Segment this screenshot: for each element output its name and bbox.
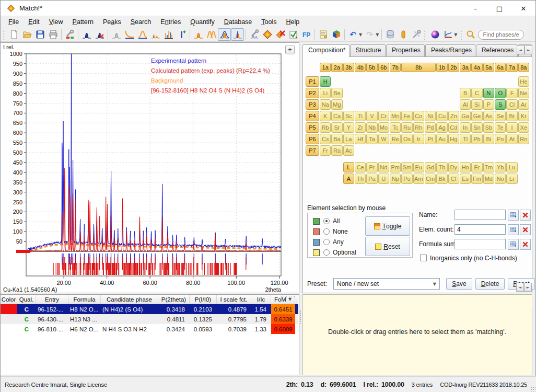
element-La[interactable]: La [343, 134, 354, 144]
element-F[interactable]: F [506, 88, 517, 98]
element-Sb[interactable]: Sb [483, 122, 494, 133]
peak-blue-button[interactable] [80, 28, 93, 41]
grid-select-icon[interactable] [508, 224, 519, 235]
element-Ne[interactable]: Ne [518, 88, 529, 98]
delete-preset-button[interactable]: Delete [475, 278, 505, 290]
group-button-6a[interactable]: 6a [495, 63, 506, 72]
clear-field-icon[interactable] [520, 210, 531, 221]
element-V[interactable]: V [366, 111, 377, 121]
stick-pattern-button[interactable] [162, 28, 175, 41]
element-Mn[interactable]: Mn [390, 111, 401, 121]
bottom-tab-scroll-left-icon[interactable]: ◄ [516, 283, 524, 292]
element-Pb[interactable]: Pb [471, 134, 482, 144]
print-button[interactable] [46, 28, 60, 41]
element-Np[interactable]: Np [390, 174, 401, 184]
report-button[interactable] [317, 28, 330, 41]
chevron-down-icon[interactable]: ▼ [454, 32, 457, 37]
column-header-qual[interactable]: Qual. [17, 295, 36, 304]
group-button-3a[interactable]: 3a [460, 63, 471, 72]
tab-composition[interactable]: Composition* [302, 44, 349, 57]
profile-bell-button[interactable] [136, 28, 149, 41]
element-Tl[interactable]: Tl [460, 134, 471, 144]
raw-data-gray-peak-button[interactable] [110, 28, 123, 41]
element-Pr[interactable]: Pr [366, 162, 377, 172]
group-button-5b[interactable]: 5b [366, 63, 377, 72]
exp-peaks-toggle-button[interactable] [218, 28, 231, 41]
element-Ca[interactable]: Ca [331, 111, 342, 121]
radio-any[interactable] [323, 239, 330, 245]
magnifier-button[interactable] [464, 28, 477, 41]
menu-search[interactable]: Search [126, 17, 156, 27]
element-Au[interactable]: Au [436, 134, 447, 144]
grid-select-icon[interactable] [508, 239, 519, 250]
field-input-formulasum[interactable] [455, 239, 506, 249]
element-Am[interactable]: Am [413, 174, 424, 184]
element-Cu[interactable]: Cu [436, 111, 447, 121]
period-button-P6[interactable]: P6 [306, 134, 319, 144]
diffraction-pattern-chart[interactable]: 5010015020025030035040045050055060065070… [1, 43, 298, 293]
radio-all[interactable] [323, 218, 330, 224]
close-button[interactable]: ✕ [511, 1, 535, 16]
group-button-4b[interactable]: 4b [355, 63, 366, 72]
element-As[interactable]: As [483, 111, 494, 121]
element-Er[interactable]: Er [471, 162, 482, 172]
column-header-iscalefct[interactable]: I scale fct. [217, 295, 251, 304]
table-row[interactable]: C 96-810-... H6 N2 O... N H4 S O3 N H2 0… [1, 324, 298, 334]
element-Tc[interactable]: Tc [390, 122, 401, 133]
minimize-button[interactable]: – [463, 1, 487, 16]
element-Hf[interactable]: Hf [355, 134, 366, 144]
new-document-button[interactable] [7, 28, 20, 41]
element-Pt[interactable]: Pt [425, 134, 436, 144]
save-button[interactable] [33, 28, 46, 41]
chart-zoom-button[interactable]: + [285, 45, 295, 54]
element-Re[interactable]: Re [390, 134, 401, 144]
group-button-6b[interactable]: 6b [378, 63, 389, 72]
tab-structure[interactable]: Structure [350, 44, 386, 56]
element-Zr[interactable]: Zr [355, 122, 366, 133]
group-button-4a[interactable]: 4a [471, 63, 482, 72]
tab-properties[interactable]: Properties [386, 44, 425, 56]
menu-quantify[interactable]: Quantify [185, 17, 219, 27]
radio-none[interactable] [323, 228, 330, 235]
open-file-button[interactable] [20, 28, 33, 41]
column-header-candidatephase[interactable]: Candidate phase [101, 295, 158, 304]
double-peak-button[interactable] [205, 28, 218, 41]
element-Ag[interactable]: Ag [436, 122, 447, 133]
group-button-2a[interactable]: 2a [331, 63, 342, 72]
toolbar-grip[interactable] [424, 29, 427, 40]
splitter-grip[interactable] [280, 296, 296, 298]
vertical-splitter-grip[interactable] [299, 310, 301, 324]
color-sphere-button[interactable] [428, 28, 441, 41]
element-In[interactable]: In [460, 122, 471, 133]
element-Rn[interactable]: Rn [518, 134, 529, 144]
element-Ru[interactable]: Ru [401, 122, 412, 133]
field-input-elemcount[interactable]: 4 [455, 224, 506, 235]
group-button-2b[interactable]: 2b [448, 63, 459, 72]
element-Ir[interactable]: Ir [413, 134, 424, 144]
table-row[interactable]: C 96-152-... H8 N2 O... (N H4)2 (S O4) 0… [1, 304, 298, 314]
column-header-p2theta[interactable]: P(2theta) [158, 295, 190, 304]
element-Na[interactable]: Na [320, 99, 331, 110]
element-Cf[interactable]: Cf [448, 174, 459, 184]
element-K[interactable]: K [320, 111, 331, 121]
element-Li[interactable]: Li [320, 88, 331, 98]
element-Bk[interactable]: Bk [436, 174, 447, 184]
element-H[interactable]: H [320, 76, 331, 87]
period-button-P7[interactable]: P7 [306, 145, 319, 156]
period-button-P2[interactable]: P2 [306, 88, 319, 98]
element-N[interactable]: N [483, 88, 494, 98]
group-button-8a[interactable]: 8a [518, 63, 529, 72]
clear-field-icon[interactable] [520, 239, 531, 250]
reset-button[interactable]: Reset [365, 237, 410, 256]
element-Ti[interactable]: Ti [355, 111, 366, 121]
menu-file[interactable]: File [4, 17, 24, 27]
element-Os[interactable]: Os [401, 134, 412, 144]
element-W[interactable]: W [378, 134, 389, 144]
element-Cl[interactable]: Cl [506, 99, 517, 110]
menu-pattern[interactable]: Pattern [68, 17, 98, 27]
element-Be[interactable]: Be [331, 88, 342, 98]
element-Ac[interactable]: Ac [343, 145, 354, 156]
tab-scroll-right-icon[interactable]: ► [525, 45, 532, 54]
grid-select-icon[interactable] [508, 210, 519, 221]
element-Lu[interactable]: Lu [506, 162, 517, 172]
